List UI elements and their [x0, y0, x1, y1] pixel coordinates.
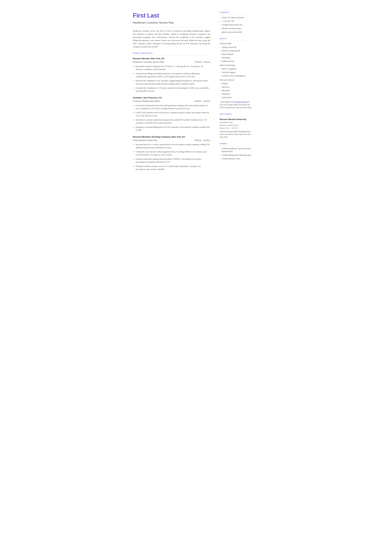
work-experience-section: WORK EXPERIENCE Resume Worded, New York,… — [133, 52, 210, 171]
job-role-3: Pharmaceutical Sales Rep — [133, 139, 157, 142]
job-dates-2: 02/2012 – 12/2014 — [194, 100, 210, 103]
page: First Last Healthcare Customer Service R… — [125, 0, 267, 185]
skill-item: Salesforce — [220, 86, 253, 88]
skill-item: Timpani — [220, 82, 253, 85]
work-experience-label: WORK EXPERIENCE — [133, 52, 210, 56]
other-section: OTHER Certified Healthcare Customer Serv… — [220, 142, 253, 160]
bullet: Conceived and launched innovative lead g… — [136, 104, 210, 110]
job-role-1: Healthcare Customer Service Rep — [133, 61, 164, 64]
company-name-1: Resume Worded, New York, NY — [133, 57, 210, 60]
bullet: Introduced a customer satisfaction progr… — [136, 119, 210, 125]
skill-item: Telemation — [220, 92, 253, 95]
job-block-3: Resume Worded's Exciting Company, New Yo… — [133, 135, 210, 171]
job-bullets-2: Conceived and launched innovative lead g… — [133, 104, 210, 132]
contact-item: linkedin.com/in/username — [220, 27, 253, 30]
job-role-line-1: Healthcare Customer Service Rep 01/2015 … — [133, 61, 210, 64]
skill-item: Customer Service Management — [220, 74, 253, 77]
contact-list: Austin, TX (Open to Remote) +1-234-456-7… — [220, 16, 253, 34]
job-bullets-3: Increased sales for 12 weeks consecutive… — [133, 143, 210, 171]
bullet: Answered the billing and medical questio… — [136, 72, 210, 78]
bullet: Responded to general inquiries from 10 c… — [136, 65, 210, 71]
job-title: Healthcare Customer Service Rep — [133, 21, 210, 27]
job-block-2: Growthsi, San Francisco, CA Customer Rel… — [133, 96, 210, 132]
bullet: Promoted innovative pharmaceutical produ… — [136, 158, 210, 164]
education-field: Business Administration — [220, 124, 253, 127]
skills-note: · Don't forget to use Resume Worded to s… — [220, 100, 253, 109]
skill-item: Technical Support — [220, 71, 253, 74]
other-list: Certified Healthcare Customer Service Re… — [220, 147, 253, 160]
education-degree: Associate of Arts — [220, 121, 253, 124]
technical-skills-list: Typing (Advanced) Medicare (Experienced)… — [220, 46, 253, 63]
bullet: Increased sales for 12 weeks consecutive… — [136, 143, 210, 149]
job-dates-1: 01/2015 – Present — [195, 61, 210, 63]
skill-item: Scheduling — [220, 56, 253, 59]
skill-item: Phone Etiquette — [220, 53, 253, 56]
contact-item: Austin, TX (Open to Remote) — [220, 16, 253, 19]
right-column: CONTACT Austin, TX (Open to Remote) +1-2… — [217, 6, 258, 179]
contact-item: email@resumeworded.com — [220, 23, 253, 26]
contact-section: CONTACT Austin, TX (Open to Remote) +1-2… — [220, 11, 253, 34]
company-name-2: Growthsi, San Francisco, CA — [133, 96, 210, 99]
job-dates-3: 06/2010 – 01/2012 — [194, 139, 210, 142]
skill-item: Blackbaud — [220, 89, 253, 92]
job-header-2: Growthsi, San Francisco, CA — [133, 96, 210, 99]
job-header-3: Resume Worded's Exciting Company, New Yo… — [133, 135, 210, 139]
industry-skills-list: HIPAA Compliance Technical Support Custo… — [220, 67, 253, 77]
bullet: Resolved the complaints of 2K customers,… — [136, 79, 210, 85]
candidate-name: First Last — [133, 11, 210, 20]
bullet: Provided excellent customer service to 2… — [136, 165, 210, 171]
bullet: Escalated the complaints of 1.5K upset c… — [136, 87, 210, 93]
bullet: Designed a recurring billing process for… — [136, 126, 210, 132]
education-location: Boston, MA — 05/2010 — [220, 127, 253, 129]
bullet: Called 2.4K customers and cross-sold new… — [136, 111, 210, 117]
other-item: Certified Medical Coder. — [220, 157, 253, 160]
left-column: First Last Healthcare Customer Service R… — [125, 6, 217, 179]
other-item: Certified Healthcare Customer Service Re… — [220, 147, 253, 153]
job-role-line-3: Pharmaceutical Sales Rep 06/2010 – 01/20… — [133, 139, 210, 142]
job-role-line-2: Customer Relationship Officer 02/2012 – … — [133, 100, 210, 103]
skill-item: HIPAA Compliance — [220, 67, 253, 70]
education-label: EDUCATION — [220, 113, 253, 117]
skills-note-prefix: · Don't forget to use — [220, 101, 235, 103]
skill-item: Lynk Everest — [220, 96, 253, 99]
technical-skills-label: Technical Skills: — [220, 42, 253, 45]
contact-item: github.com/resumeworded — [220, 31, 253, 34]
skills-section: SKILLS Technical Skills: Typing (Advance… — [220, 37, 253, 109]
tools-skills-list: Timpani Salesforce Blackbaud Telemation … — [220, 82, 253, 99]
bullet: Generated a year-end sale within assigne… — [136, 150, 210, 156]
company-name-3: Resume Worded's Exciting Company, New Yo… — [133, 135, 210, 139]
job-role-2: Customer Relationship Officer — [133, 100, 160, 103]
job-bullets-1: Responded to general inquiries from 10 c… — [133, 65, 210, 93]
resume-worded-link[interactable]: Resume Worded — [235, 101, 248, 103]
education-school: Resume Worded University — [220, 118, 253, 121]
skills-label: SKILLS — [220, 37, 253, 41]
other-item: Certified Billing and Coding Specialist. — [220, 154, 253, 156]
skill-item: Typing (Advanced) — [220, 46, 253, 49]
education-section: EDUCATION Resume Worded University Assoc… — [220, 113, 253, 139]
summary: Healthcare customer service rep with 10 … — [133, 29, 210, 48]
education-awards: Awards: Resume Worded Teaching Fellow (o… — [220, 130, 253, 139]
contact-item: +1-234-456-789 — [220, 20, 253, 23]
tools-skills-label: Tools and Software: — [220, 78, 253, 81]
job-header-1: Resume Worded, New York, NY — [133, 57, 210, 60]
other-label: OTHER — [220, 142, 253, 146]
skill-item: Medicare (Experienced) — [220, 49, 253, 52]
job-block-1: Resume Worded, New York, NY Healthcare C… — [133, 57, 210, 93]
skill-item: Health Insurance — [220, 60, 253, 63]
contact-label: CONTACT — [220, 11, 253, 15]
industry-skills-label: Industry Knowledge: — [220, 64, 253, 67]
